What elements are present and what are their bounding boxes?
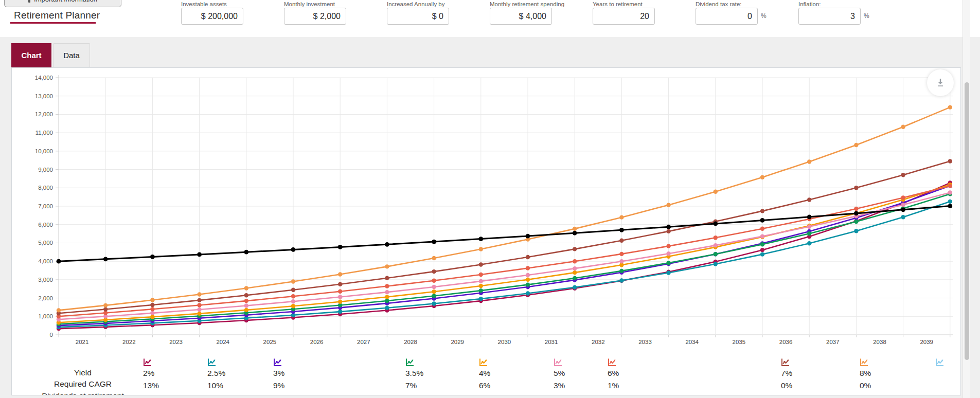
dividend-tax-rate-suffix: % xyxy=(761,12,767,20)
legend-cagr-value: 1% xyxy=(608,381,669,390)
svg-text:6,000: 6,000 xyxy=(38,222,53,228)
svg-text:0: 0 xyxy=(50,332,53,338)
svg-text:2023: 2023 xyxy=(169,339,183,345)
svg-text:10,000: 10,000 xyxy=(35,148,53,154)
increased-annually-by-label: Increased Annually by xyxy=(387,1,445,7)
legend-column-3-5: 3.5%7% xyxy=(405,358,467,390)
legend-row-label-clipped: Dividends at retirement xyxy=(26,391,139,395)
svg-text:11,000: 11,000 xyxy=(35,130,53,136)
increased-annually-by-input[interactable] xyxy=(387,8,449,25)
svg-text:2039: 2039 xyxy=(920,339,933,345)
svg-text:2031: 2031 xyxy=(545,339,558,345)
legend-series-icon-3[interactable] xyxy=(273,358,335,367)
svg-text:2035: 2035 xyxy=(733,339,746,345)
legend-series-icon-extra[interactable] xyxy=(935,358,961,367)
legend-column-5: 5%3% xyxy=(554,358,615,390)
legend-series-icon-2[interactable] xyxy=(143,358,205,367)
legend-row-label-yield: Yield xyxy=(26,368,139,377)
dividend-tax-rate-input[interactable] xyxy=(696,8,758,25)
chart-panel: 01,0002,0003,0004,0005,0006,0007,0008,00… xyxy=(11,67,961,395)
legend-cagr-value: 13% xyxy=(143,381,205,390)
svg-text:2026: 2026 xyxy=(310,339,324,345)
investable-assets-input[interactable] xyxy=(181,8,243,25)
legend-cagr-value: 10% xyxy=(207,381,269,390)
monthly-investment-input[interactable] xyxy=(284,8,346,25)
legend-yield-value: 6% xyxy=(608,369,669,378)
svg-text:2027: 2027 xyxy=(357,339,370,345)
svg-text:2028: 2028 xyxy=(404,339,417,345)
chart-series-5 xyxy=(57,190,952,321)
svg-text:2033: 2033 xyxy=(638,339,652,345)
legend-yield-value: 2% xyxy=(143,369,205,378)
legend-yield-value: 2.5% xyxy=(207,369,269,378)
svg-text:1,000: 1,000 xyxy=(38,313,53,319)
legend-yield-value: 5% xyxy=(554,369,615,378)
legend-yield-value: 3.5% xyxy=(405,369,467,378)
chart-series-4 xyxy=(57,183,952,324)
investable-assets-label: Investable assets xyxy=(181,1,227,7)
svg-text:14,000: 14,000 xyxy=(35,75,53,81)
svg-text:2034: 2034 xyxy=(685,339,699,345)
legend-series-icon-2-5[interactable] xyxy=(207,358,269,367)
svg-text:2038: 2038 xyxy=(873,339,886,345)
inflation-input[interactable] xyxy=(798,8,861,25)
download-chart-button[interactable] xyxy=(927,69,954,96)
svg-text:8,000: 8,000 xyxy=(38,185,53,191)
info-icon xyxy=(28,0,30,3)
svg-text:9,000: 9,000 xyxy=(38,167,53,173)
svg-text:2024: 2024 xyxy=(216,339,229,345)
svg-text:2037: 2037 xyxy=(826,339,840,345)
legend-yield-value: 3% xyxy=(273,369,335,378)
legend-row-label-required-cagr: Required CAGR xyxy=(26,379,139,389)
monthly-investment-label: Monthly investment xyxy=(284,1,335,7)
svg-text:7,000: 7,000 xyxy=(38,203,53,209)
tab-data[interactable]: Data xyxy=(53,43,90,67)
axis-labels: 01,0002,0003,0004,0005,0006,0007,0008,00… xyxy=(35,75,933,345)
svg-text:13,000: 13,000 xyxy=(35,93,53,99)
monthly-retirement-spending-input[interactable] xyxy=(490,8,552,25)
inflation-label: Inflation: xyxy=(798,1,821,7)
legend-column-7: 7%0% xyxy=(781,358,843,390)
legend-column-2-5: 2.5%10% xyxy=(207,358,269,390)
svg-text:2,000: 2,000 xyxy=(38,295,53,301)
years-to-retirement-input[interactable] xyxy=(593,8,655,25)
legend-cagr-value: 0% xyxy=(860,381,921,390)
legend-yield-value: 4% xyxy=(479,369,541,378)
inflation-suffix: % xyxy=(864,12,869,20)
legend-cagr-value: 7% xyxy=(405,381,467,390)
download-icon xyxy=(934,77,947,89)
legend-series-icon-8[interactable] xyxy=(860,358,921,367)
legend-series-icon-4[interactable] xyxy=(479,358,541,367)
legend-yield-value: 7% xyxy=(781,369,843,378)
monthly-retirement-spending-label: Monthly retirement spending xyxy=(490,1,564,7)
page-scrollbar-track[interactable] xyxy=(963,0,970,398)
title-underline xyxy=(10,22,96,24)
svg-text:2036: 2036 xyxy=(779,339,793,345)
svg-text:2025: 2025 xyxy=(263,339,277,345)
legend-series-icon-7[interactable] xyxy=(781,358,843,367)
page-scrollbar-thumb[interactable] xyxy=(965,82,969,360)
important-information-button[interactable]: Important information xyxy=(4,0,121,7)
legend-cagr-value: 9% xyxy=(273,381,335,390)
legend-cagr-value: 6% xyxy=(479,381,541,390)
legend-column-8: 8%0% xyxy=(860,358,921,390)
svg-text:2032: 2032 xyxy=(592,339,605,345)
legend-series-icon-6[interactable] xyxy=(608,358,669,367)
dividend-tax-rate-label: Dividend tax rate: xyxy=(696,1,742,7)
tab-chart[interactable]: Chart xyxy=(11,43,51,67)
legend-cagr-value: 0% xyxy=(781,381,843,390)
legend-column-extra xyxy=(935,358,961,370)
svg-text:5,000: 5,000 xyxy=(38,240,53,246)
svg-text:2030: 2030 xyxy=(498,339,511,345)
legend-column-2: 2%13% xyxy=(143,358,205,390)
retirement-chart: 01,0002,0003,0004,0005,0006,0007,0008,00… xyxy=(12,68,960,395)
svg-text:12,000: 12,000 xyxy=(35,111,53,117)
svg-text:4,000: 4,000 xyxy=(38,258,53,264)
legend-series-icon-3-5[interactable] xyxy=(405,358,467,367)
legend-column-3: 3%9% xyxy=(273,358,335,390)
page-title: Retirement Planner xyxy=(14,10,100,21)
legend-series-icon-5[interactable] xyxy=(554,358,615,367)
important-information-label: Important information xyxy=(34,0,97,3)
legend-cagr-value: 3% xyxy=(554,381,615,390)
legend-column-6: 6%1% xyxy=(608,358,669,390)
